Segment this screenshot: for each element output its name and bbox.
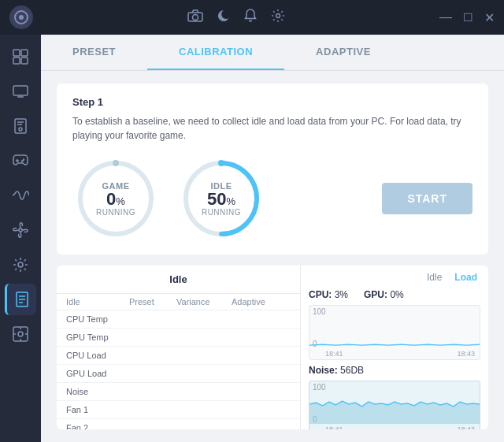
cpu-gpu-labels: CPU: 3% GPU: 0% (309, 289, 480, 300)
cpu-x-right: 18:43 (457, 350, 475, 358)
camera-icon[interactable] (187, 9, 203, 25)
table-row: GPU Load (57, 365, 300, 383)
chart-tab-idle[interactable]: Idle (427, 272, 442, 283)
svg-rect-7 (13, 58, 20, 64)
idle-gauge-label: IDLE 50% RUNNING (202, 181, 241, 217)
scrollable-content: Step 1 To establish a baseline, we need … (41, 71, 504, 442)
svg-line-23 (24, 259, 26, 261)
table-panel: Idle Idle Preset Variance Adaptive CPU T… (57, 266, 301, 429)
col-adaptive: Adaptive (232, 297, 287, 306)
svg-point-36 (113, 160, 119, 166)
col-variance: Variance (176, 297, 232, 306)
col-preset: Preset (129, 297, 176, 306)
noise-label-row: Noise: 56DB (309, 365, 480, 376)
noise-x-right: 18:43 (457, 425, 475, 429)
noise-label: Noise: 56DB (309, 365, 364, 376)
content-area: PRESET CALIBRATION ADAPTIVE Step 1 To es… (41, 35, 504, 442)
main-layout: PRESET CALIBRATION ADAPTIVE Step 1 To es… (0, 35, 504, 442)
sidebar-item-display[interactable] (5, 76, 36, 107)
chart-tab-load[interactable]: Load (454, 272, 477, 283)
sidebar-item-fan[interactable] (5, 214, 36, 246)
step-section: Step 1 To establish a baseline, we need … (57, 84, 488, 254)
tab-calibration[interactable]: CALIBRATION (147, 35, 284, 70)
step-description: To establish a baseline, we need to coll… (72, 114, 472, 143)
table-row: Noise (57, 383, 300, 401)
svg-point-14 (19, 228, 22, 232)
sidebar-item-game[interactable] (5, 145, 36, 176)
table-columns: Idle Preset Variance Adaptive (57, 294, 300, 310)
bell-icon[interactable] (244, 9, 257, 26)
cpu-chart: 100 0 18:41 18:43 (309, 305, 480, 360)
app-logo (9, 6, 33, 29)
svg-point-29 (18, 332, 23, 336)
sidebar-item-dashboard[interactable] (5, 41, 36, 72)
tab-bar: PRESET CALIBRATION ADAPTIVE (41, 35, 504, 71)
moon-icon[interactable] (217, 9, 230, 25)
tab-preset[interactable]: PRESET (41, 35, 147, 70)
table-row: CPU Temp (57, 310, 300, 329)
noise-chart-svg (309, 381, 480, 424)
svg-rect-6 (21, 50, 28, 56)
col-idle: Idle (66, 297, 129, 306)
game-gauge-label: GAME 0% RUNNING (96, 181, 135, 217)
close-button[interactable]: ✕ (484, 10, 495, 25)
title-bar-icons (187, 9, 285, 26)
table-row: CPU Load (57, 347, 300, 365)
idle-gauge: IDLE 50% RUNNING (178, 155, 265, 242)
gpu-label: GPU: 0% (364, 289, 404, 300)
window-controls: — ☐ ✕ (439, 10, 495, 25)
gauges-row: GAME 0% RUNNING (72, 155, 472, 242)
chart-tab-bar: Idle Load (301, 266, 488, 286)
svg-line-22 (15, 269, 17, 270)
chart-section: CPU: 3% GPU: 0% 100 (301, 286, 488, 429)
data-section: Idle Idle Preset Variance Adaptive CPU T… (57, 266, 488, 429)
table-row: GPU Temp (57, 329, 300, 347)
sidebar-item-system[interactable] (5, 110, 36, 142)
table-row: Fan 1 (57, 401, 300, 419)
maximize-button[interactable]: ☐ (463, 11, 473, 24)
noise-chart: 100 0 18:41 18:43 (309, 381, 480, 429)
cpu-label: CPU: 3% (309, 289, 348, 300)
sidebar-item-light[interactable] (5, 249, 36, 280)
start-button[interactable]: START (382, 183, 472, 214)
cpu-x-left: 18:41 (325, 350, 343, 358)
svg-point-11 (19, 128, 22, 131)
noise-x-left: 18:41 (325, 425, 343, 429)
svg-point-15 (18, 262, 23, 267)
table-header: Idle (57, 266, 300, 294)
svg-point-3 (193, 15, 198, 20)
tab-adaptive[interactable]: ADAPTIVE (284, 35, 402, 70)
svg-point-1 (19, 15, 24, 20)
svg-point-4 (276, 14, 280, 18)
game-gauge: GAME 0% RUNNING (72, 155, 159, 242)
table-row: Fan 2 (57, 419, 300, 429)
svg-line-21 (24, 269, 26, 270)
svg-rect-9 (13, 86, 28, 95)
sidebar-item-log[interactable] (5, 284, 36, 315)
step-title: Step 1 (72, 96, 472, 108)
cpu-chart-svg (309, 306, 480, 348)
svg-rect-8 (21, 58, 28, 64)
minimize-button[interactable]: — (439, 10, 452, 24)
sidebar-item-settings[interactable] (5, 318, 36, 350)
sidebar (0, 35, 41, 442)
title-bar: — ☐ ✕ (0, 0, 504, 35)
svg-line-20 (15, 259, 17, 261)
svg-rect-5 (13, 50, 20, 56)
chart-panel: Idle Load CPU: 3% GPU: (301, 266, 488, 429)
settings-gear-icon[interactable] (271, 9, 285, 26)
data-inner: Idle Idle Preset Variance Adaptive CPU T… (57, 266, 488, 429)
sidebar-item-wave[interactable] (5, 180, 36, 211)
svg-point-39 (218, 160, 224, 166)
